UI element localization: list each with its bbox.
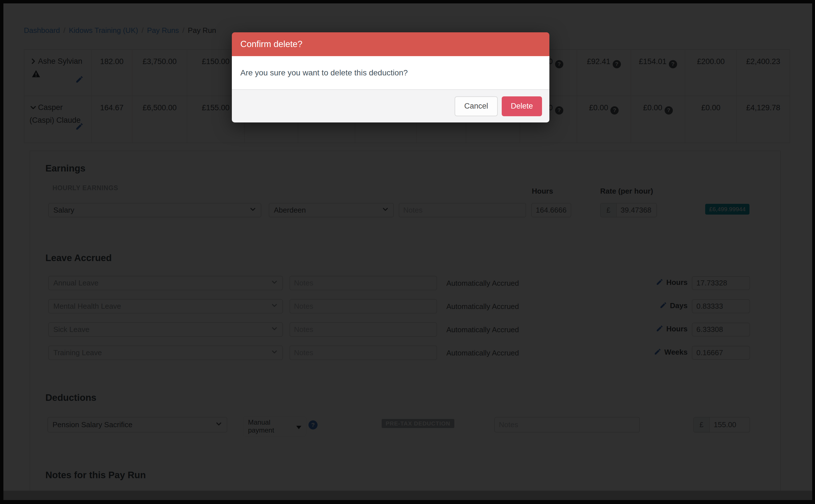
- confirm-delete-modal: Confirm delete? Are you sure you want to…: [232, 32, 549, 122]
- delete-button[interactable]: Delete: [502, 96, 542, 116]
- cancel-button[interactable]: Cancel: [455, 96, 498, 116]
- modal-body: Are you sure you want to delete this ded…: [232, 56, 549, 89]
- app-page: Dashboard / Kidows Training (UK) / Pay R…: [3, 3, 812, 500]
- modal-footer: Cancel Delete: [232, 89, 549, 122]
- screenshot-frame: Dashboard / Kidows Training (UK) / Pay R…: [0, 0, 815, 504]
- modal-message: Are you sure you want to delete this ded…: [240, 68, 408, 77]
- modal-header: Confirm delete?: [232, 32, 549, 56]
- modal-title: Confirm delete?: [240, 39, 303, 49]
